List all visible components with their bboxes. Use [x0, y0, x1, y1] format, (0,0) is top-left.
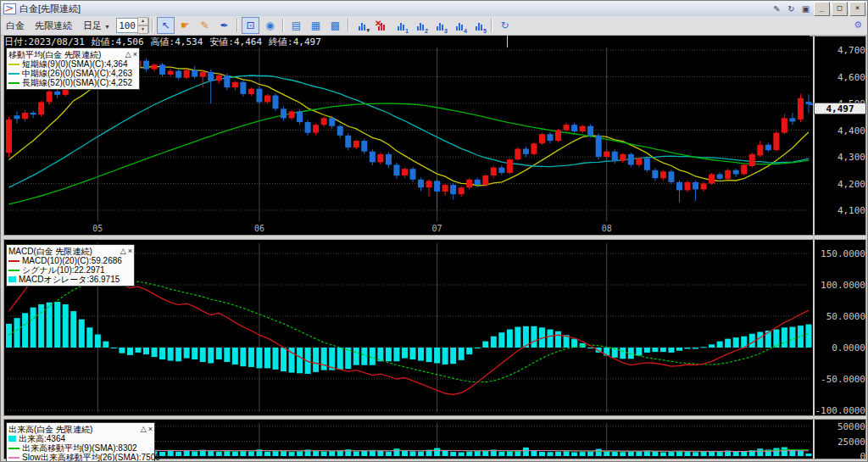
candle-body	[370, 152, 376, 163]
macd-histogram-bar	[54, 302, 60, 348]
candle-body	[264, 96, 270, 103]
volume-bar	[321, 452, 327, 456]
macd-histogram-bar	[709, 344, 715, 348]
quote-board-button[interactable]: ▦	[307, 17, 325, 34]
volume-bar	[652, 452, 658, 456]
volume-bar	[475, 451, 481, 456]
refresh-button[interactable]: ↻	[496, 17, 514, 34]
macd-histogram-bar	[353, 348, 359, 365]
pencil-tool-button[interactable]: ✎	[196, 17, 214, 34]
candle-body	[377, 154, 383, 162]
macd-histogram-bar	[79, 320, 85, 348]
volume-bar	[701, 452, 707, 456]
legend-close-button[interactable]: ×	[148, 425, 153, 433]
legend-close-button[interactable]: ×	[128, 247, 132, 255]
volume-bar	[353, 451, 359, 456]
macd-histogram-bar	[127, 348, 133, 355]
info-item: 安値:4,464	[209, 36, 262, 47]
legend-collapse-button[interactable]: △	[125, 50, 131, 58]
stepper-down-button[interactable]: ▼	[137, 25, 148, 34]
candle-body	[192, 70, 198, 77]
maximize-button[interactable]: □	[832, 2, 848, 16]
titlebar[interactable]: 白金[先限連続] ✎ ↻ ▣ _ □ ×	[1, 1, 867, 17]
close-button[interactable]: ×	[849, 2, 865, 16]
volume-bar	[175, 452, 181, 456]
svg-text:4,600: 4,600	[837, 72, 865, 83]
candle-body	[248, 89, 254, 94]
annotate-icon[interactable]: ✎	[771, 3, 783, 15]
remove-indicator-button[interactable]: ✕	[372, 17, 390, 34]
duplicate-window-icon[interactable]: ▣	[799, 3, 812, 15]
indicator-5-button[interactable]: 5	[470, 17, 487, 34]
toolbar-separator	[491, 19, 492, 32]
candle-body	[491, 168, 497, 175]
chart-type-button[interactable]: ▾	[353, 17, 370, 34]
macd-histogram-bar	[119, 348, 125, 353]
grid-view-button[interactable]: ▩	[326, 17, 344, 34]
volume-bar	[192, 451, 198, 456]
volume-ma26-swatch	[8, 457, 19, 459]
candle-body	[693, 182, 698, 190]
candle-body	[434, 181, 440, 192]
candle-body	[709, 174, 715, 183]
ma-legend[interactable]: 移動平均(白金 先限連続) △× 短期線(9)(0)(SMA)(C):4,364…	[6, 47, 140, 90]
pen-tool-button[interactable]: ✒	[215, 17, 233, 34]
volume-bar	[410, 451, 416, 456]
navigate-button[interactable]: ◉	[261, 17, 279, 34]
volume-ma26-label: Slow出来高移動平均(26)(SMA):7500	[22, 453, 160, 462]
macd-histogram-bar	[442, 348, 448, 365]
toolbar-buttons: ↖☛✎✒⊡◉▤▦▩▾✕12345↻	[156, 17, 515, 34]
legend-collapse-button[interactable]: △	[141, 425, 147, 433]
volume-bar	[240, 451, 246, 456]
volume-bar	[216, 452, 222, 456]
candle-body	[14, 115, 20, 119]
stepper-up-button[interactable]: ▲	[137, 17, 148, 25]
macd-histogram-bar	[264, 348, 270, 368]
macd-histogram-bar	[393, 348, 399, 361]
candle-body	[523, 149, 529, 154]
volume-bar	[272, 451, 278, 456]
crosshair-tool-button[interactable]: ⊡	[242, 17, 259, 34]
svg-text:4,300: 4,300	[837, 152, 865, 163]
candle-body	[555, 131, 561, 142]
volume-bar	[531, 451, 537, 456]
volume-bar	[232, 452, 238, 456]
minimize-button[interactable]: _	[814, 2, 830, 16]
indicator-1-button[interactable]: 1	[392, 17, 409, 34]
volume-bar	[523, 448, 529, 456]
legend-close-button[interactable]: ×	[133, 50, 137, 58]
volume-bar	[329, 451, 335, 456]
macd-histogram-bar	[507, 330, 513, 348]
macd-histogram-bar	[38, 304, 44, 348]
indicator-2-button[interactable]: 2	[411, 17, 429, 34]
candle-body	[466, 180, 472, 187]
chart-window-button[interactable]: ▤	[287, 17, 305, 34]
macd-histogram-bar	[418, 348, 424, 361]
macd-legend[interactable]: MACD(白金 先限連続) △× MACD(10)(20)(C):59.2686…	[6, 244, 135, 287]
period-dropdown[interactable]: 日足 ▼	[81, 19, 113, 33]
candle-body	[450, 185, 456, 194]
hand-tool-button[interactable]: ☛	[176, 17, 194, 34]
reload-icon[interactable]: ↻	[785, 3, 798, 15]
indicator-3-button[interactable]: 3	[431, 17, 448, 34]
macd-histogram-bar	[184, 348, 190, 359]
candle-body	[216, 75, 222, 81]
candle-body	[733, 170, 739, 175]
macd-histogram-bar	[548, 330, 554, 348]
volume-bar	[580, 452, 586, 456]
indicator-4-button[interactable]: 4	[450, 17, 468, 34]
bar-count-stepper[interactable]: 100 ▲ ▼	[116, 18, 149, 33]
bar-count-value[interactable]: 100	[117, 20, 137, 31]
svg-text:4,200: 4,200	[837, 179, 865, 190]
volume-bar	[773, 448, 779, 456]
select-tool-button[interactable]: ↖	[157, 17, 175, 34]
volume-legend[interactable]: 出来高(白金 先限連続) △× 出来高:4364 出来高移動平均(9)(SMA)…	[6, 422, 155, 462]
macd-histogram-bar	[143, 348, 149, 354]
info-bar-divider	[507, 36, 508, 47]
candle-body	[757, 145, 763, 156]
last-price-tag: 4,497	[814, 103, 866, 114]
candle-body	[596, 136, 602, 157]
macd-histogram-bar	[466, 348, 472, 354]
settings-wrench-icon[interactable]: ⚙	[854, 19, 862, 31]
legend-collapse-button[interactable]: △	[120, 247, 126, 255]
